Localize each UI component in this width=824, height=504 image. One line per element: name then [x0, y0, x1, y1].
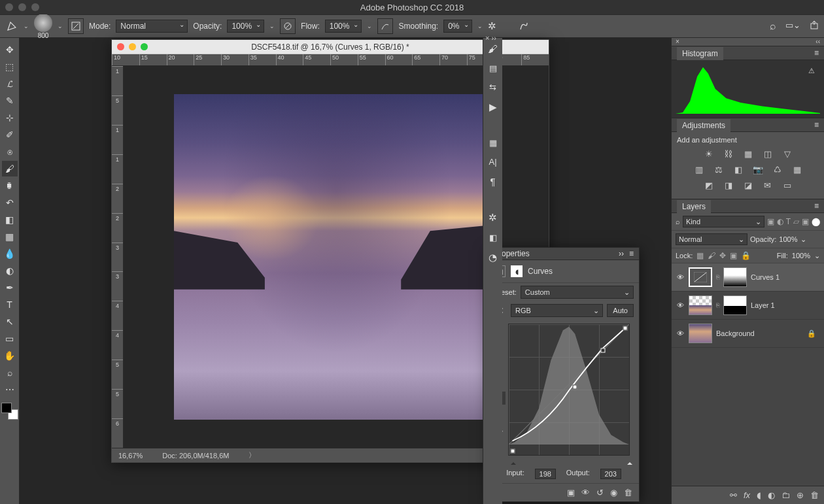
auto-button[interactable]: Auto [607, 304, 634, 317]
black-slider[interactable] [511, 460, 516, 465]
layer-curves1[interactable]: 👁 ⎘ Curves 1 [672, 263, 824, 292]
lock-position-icon[interactable]: ✥ [719, 251, 726, 260]
preview-icon[interactable]: ◉ [610, 488, 617, 497]
histogram-warning-icon[interactable]: ⚠ [808, 67, 815, 75]
delete-layer-icon[interactable]: 🗑 [810, 490, 819, 500]
path-select-tool[interactable]: ↖ [2, 314, 18, 329]
marquee-tool[interactable]: ⬚ [2, 59, 18, 75]
info-icon[interactable]: ◔ [489, 252, 497, 263]
glyphs-icon[interactable]: ▦ [489, 138, 497, 148]
curves-icon[interactable]: ▦ [742, 148, 755, 160]
lock-trans-icon[interactable]: ▦ [696, 251, 704, 260]
histogram-panel-header[interactable]: Histogram ≡ [672, 46, 824, 60]
curve-point-selected[interactable] [600, 348, 605, 353]
flow-input[interactable]: 100% [325, 20, 362, 33]
airbrush-toggle[interactable] [377, 18, 393, 34]
new-adj-layer-icon[interactable]: ◐ [768, 490, 775, 500]
filter-icon[interactable]: ⇆ [489, 82, 496, 92]
filter-pixel-icon[interactable]: ▣ [767, 217, 774, 226]
doc-close[interactable] [117, 43, 124, 50]
pen-tool[interactable]: ✒ [2, 280, 18, 295]
type-tool[interactable]: T [2, 297, 18, 312]
curve-point-highlight[interactable] [623, 326, 628, 331]
link-layers-icon[interactable]: ⚯ [730, 490, 737, 500]
adjustments-panel-header[interactable]: Adjustments ≡ [672, 118, 824, 132]
doc-size[interactable]: Doc: 206,0M/418,6M [162, 452, 229, 460]
status-flyout-icon[interactable]: 〉 [249, 450, 256, 460]
layer-thumb[interactable] [689, 267, 712, 287]
layer-thumb[interactable] [689, 324, 712, 343]
channel-mixer-icon[interactable]: ♺ [771, 163, 784, 175]
curve-point-shadow[interactable] [510, 449, 515, 454]
layer-background[interactable]: 👁 Background 🔒 [672, 320, 824, 348]
layer-name[interactable]: Layer 1 [751, 301, 775, 309]
filter-smart-icon[interactable]: ▣ [802, 217, 809, 226]
workspace-icon[interactable]: ▭⌄ [785, 20, 800, 32]
brightness-icon[interactable]: ☀ [702, 148, 715, 160]
play-icon[interactable]: ▶ [489, 101, 497, 113]
exposure-icon[interactable]: ◫ [761, 148, 774, 160]
blur-tool[interactable]: 💧 [2, 246, 18, 261]
styles-icon[interactable]: ◧ [489, 233, 497, 243]
gradient-map-icon[interactable]: ▭ [781, 179, 794, 191]
foreground-color[interactable] [1, 403, 12, 413]
color-lookup-icon[interactable]: ▦ [791, 163, 804, 175]
brush-dropdown-icon[interactable]: ⌄ [58, 23, 63, 29]
lock-icon[interactable]: 🔒 [807, 329, 820, 338]
stamp-tool[interactable]: ⧯ [2, 178, 18, 193]
navigator-icon[interactable]: ✲ [489, 212, 497, 224]
layer-filter-dropdown[interactable]: Kind [683, 216, 764, 227]
add-mask-icon[interactable]: ◖ [757, 490, 761, 500]
layer-name[interactable]: Background [716, 329, 755, 337]
smoothing-settings-icon[interactable]: ✲ [488, 20, 496, 32]
healing-tool[interactable]: ⍟ [2, 144, 18, 160]
share-icon[interactable] [810, 20, 819, 32]
crop-tool[interactable]: ⊹ [2, 110, 18, 126]
doc-maximize[interactable] [141, 43, 148, 50]
levels-icon[interactable]: ⛓ [722, 148, 735, 160]
clip-to-layer-icon[interactable]: ▣ [567, 488, 575, 497]
layer-layer1[interactable]: 👁 ⎘ Layer 1 [672, 292, 824, 320]
invert-icon[interactable]: ◩ [702, 179, 715, 191]
paragraph-icon[interactable]: ¶ [490, 176, 495, 187]
filter-type-icon[interactable]: T [786, 217, 791, 226]
opacity-dd-icon[interactable]: ⌄ [800, 235, 806, 244]
maximize-window[interactable] [31, 3, 39, 11]
photo-filter-icon[interactable]: 📷 [751, 163, 764, 175]
lasso-tool[interactable]: 𝓛 [2, 76, 18, 92]
panel-close-icon[interactable]: × [676, 38, 679, 46]
brush-settings-icon[interactable]: ▤ [489, 63, 497, 73]
layers-menu-icon[interactable]: ≡ [814, 201, 819, 210]
toggle-visibility-icon[interactable]: 👁 [581, 488, 590, 497]
move-tool[interactable]: ✥ [2, 42, 18, 58]
minimize-window[interactable] [18, 3, 26, 11]
search-icon[interactable]: ⌕ [770, 20, 776, 32]
layer-blend-dropdown[interactable]: Normal [676, 233, 747, 245]
threshold-icon[interactable]: ◪ [742, 179, 755, 191]
curves-graph[interactable] [508, 324, 630, 456]
blend-mode-dropdown[interactable]: Normal [116, 20, 188, 33]
lock-all-icon[interactable]: 🔒 [741, 251, 751, 260]
visibility-toggle[interactable]: 👁 [676, 273, 685, 281]
layers-panel-header[interactable]: Layers ≡ [672, 199, 824, 213]
fill-dd-icon[interactable]: ⌄ [814, 252, 820, 260]
layer-name[interactable]: Curves 1 [751, 273, 780, 281]
brush-preview-icon[interactable] [34, 14, 52, 32]
flow-dropdown-icon[interactable]: ⌄ [367, 23, 372, 29]
opacity-dropdown-icon[interactable]: ⌄ [269, 23, 275, 29]
opacity-input[interactable]: 100% [227, 20, 264, 33]
lock-artboard-icon[interactable]: ▣ [730, 251, 737, 260]
input-value[interactable] [535, 469, 556, 479]
character-icon[interactable]: A| [489, 157, 496, 167]
curve-point-mid[interactable] [573, 385, 577, 390]
reset-icon[interactable]: ↺ [596, 488, 604, 497]
collapse-icon[interactable]: ›› [619, 249, 624, 258]
vertical-ruler[interactable]: 1511223344556 [112, 66, 124, 448]
home-icon[interactable] [5, 20, 18, 33]
filter-shape-icon[interactable]: ▱ [793, 217, 799, 226]
posterize-icon[interactable]: ◨ [722, 179, 735, 191]
lock-pixels-icon[interactable]: 🖌 [708, 251, 715, 260]
adjustments-menu-icon[interactable]: ≡ [814, 120, 819, 129]
mask-type-icon[interactable]: ◖ [511, 265, 523, 277]
color-swatches[interactable] [1, 403, 18, 420]
